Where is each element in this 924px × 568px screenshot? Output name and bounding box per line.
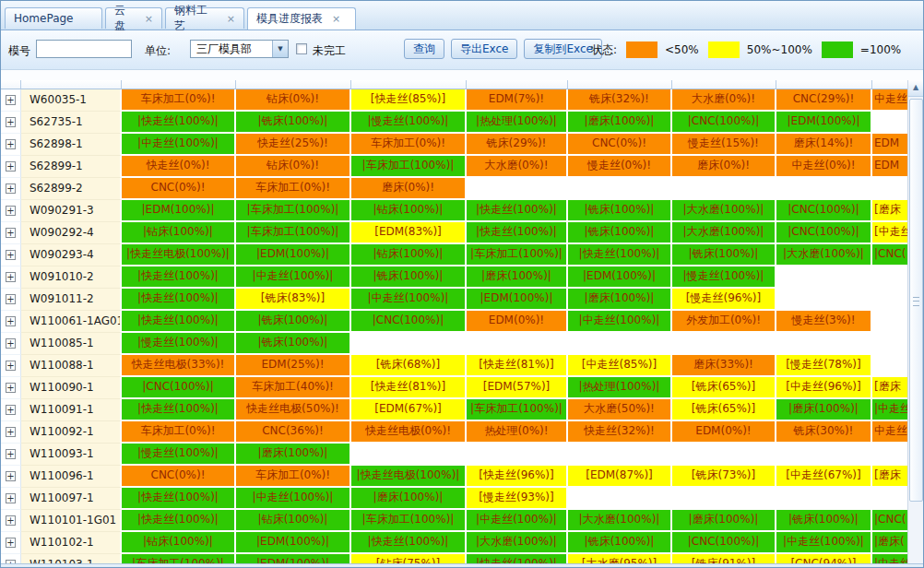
process-cell[interactable]: |EDM(100%)| [236, 532, 351, 554]
process-cell[interactable]: [EDM(83%)] [351, 222, 467, 244]
process-cell[interactable]: 快走丝(32%)! [568, 421, 672, 444]
row-expander[interactable]: + [1, 178, 21, 200]
process-cell[interactable]: |磨床(100%)| [776, 399, 872, 421]
process-cell[interactable]: 磨床(33%)! [672, 355, 776, 377]
process-cell[interactable]: 车床加工(40%)! [236, 377, 351, 399]
process-cell[interactable]: |车床加工(100%)| [236, 222, 351, 244]
expand-plus-icon[interactable]: + [6, 95, 16, 105]
row-expander[interactable]: + [1, 112, 21, 134]
process-cell[interactable]: 磨床(14%)! [776, 134, 872, 156]
process-cell[interactable]: CNC(0%)! [568, 134, 672, 156]
process-cell[interactable]: 中走丝(0%)! [776, 156, 872, 178]
process-cell[interactable]: |中走丝(100%)| [122, 134, 236, 156]
expand-plus-icon[interactable]: + [6, 117, 16, 127]
process-cell[interactable]: |铣床(100%)| [776, 510, 872, 532]
process-cell[interactable]: 中走丝 [872, 89, 909, 112]
process-cell[interactable]: EDM(25%)! [236, 355, 351, 377]
process-cell[interactable]: |慢走丝(100%)| [672, 266, 776, 289]
process-cell[interactable]: 中走丝 [872, 421, 909, 444]
mold-number[interactable]: W110103-1 [21, 554, 122, 563]
export-excel-button[interactable]: 导出Exce [451, 39, 517, 59]
row-expander[interactable]: + [1, 289, 21, 311]
process-cell[interactable]: |EDM(100%)| [776, 112, 872, 134]
expand-plus-icon[interactable]: + [6, 338, 16, 349]
process-cell[interactable]: 快走丝(25%)! [236, 134, 351, 156]
process-cell[interactable]: |钻床(100%)| [236, 510, 351, 532]
process-cell[interactable]: |铣床(100%)| [568, 532, 672, 554]
process-cell[interactable]: |热处理(100%)| [467, 112, 568, 134]
process-cell[interactable]: |CNC( [872, 510, 909, 532]
row-expander[interactable]: + [1, 333, 21, 355]
process-cell[interactable]: [铣床(73%)] [672, 466, 776, 488]
process-cell[interactable]: |中走丝(100%)| [568, 311, 672, 333]
tab-cloud-disk[interactable]: 云盘× [105, 7, 162, 29]
process-cell[interactable]: 钻床(0%)! [236, 156, 351, 178]
process-cell[interactable]: EDM(7%)! [467, 89, 568, 112]
expand-plus-icon[interactable]: + [6, 405, 16, 415]
close-icon[interactable]: × [145, 14, 153, 24]
expand-plus-icon[interactable]: + [6, 139, 16, 149]
process-cell[interactable]: 铣床(30%)! [776, 421, 872, 444]
process-cell[interactable]: [磨床 [872, 466, 909, 488]
mold-no-input[interactable] [36, 40, 132, 58]
row-expander[interactable]: + [1, 554, 21, 563]
process-cell[interactable]: 热处理(0%)! [467, 421, 568, 444]
expand-plus-icon[interactable]: + [6, 449, 16, 459]
process-cell[interactable]: |EDM(100%)| [467, 289, 568, 311]
process-cell[interactable]: |慢走丝(100%)| [122, 444, 236, 466]
process-cell[interactable]: [EDM(57%)] [467, 377, 568, 399]
mold-number[interactable]: W110085-1 [21, 333, 122, 355]
process-cell[interactable]: 车床加工(0%)! [122, 89, 236, 112]
expand-plus-icon[interactable]: + [6, 471, 16, 481]
process-cell[interactable]: EDM [872, 134, 909, 156]
process-cell[interactable]: |CNC(100%)| [122, 377, 236, 399]
process-cell[interactable]: 快走丝电极(50%)! [236, 399, 351, 421]
process-cell[interactable]: |磨床(100%)| [568, 289, 672, 311]
expand-plus-icon[interactable]: + [6, 515, 16, 526]
process-cell[interactable]: |车床加工(100%)| [351, 156, 467, 178]
process-cell[interactable]: |快走丝(100%)| [122, 399, 236, 421]
expand-plus-icon[interactable]: + [6, 294, 16, 304]
row-expander[interactable]: + [1, 156, 21, 178]
mold-number[interactable]: W110088-1 [21, 355, 122, 377]
process-cell[interactable]: |磨床(100%)| [351, 488, 467, 510]
process-cell[interactable]: |铣床(100%)| [236, 311, 351, 333]
row-expander[interactable]: + [1, 266, 21, 289]
tab-mold-progress-report[interactable]: 模具进度报表× [247, 7, 356, 30]
process-cell[interactable]: |大水磨(100%)| [568, 510, 672, 532]
process-cell[interactable]: [快走丝(96%)] [467, 466, 568, 488]
process-cell[interactable]: 慢走丝(15%)! [672, 134, 776, 156]
mold-number[interactable]: W090291-3 [21, 200, 122, 222]
process-cell[interactable]: CNC(0%)! [122, 466, 236, 488]
row-expander[interactable]: + [1, 421, 21, 444]
process-cell[interactable]: CNC(29%)! [776, 89, 872, 112]
mold-number[interactable]: W090293-4 [21, 244, 122, 266]
process-cell[interactable]: 外发加工(0%)! [672, 311, 776, 333]
process-cell[interactable]: |快走丝(100%)| [351, 532, 467, 554]
process-cell[interactable]: [铣床(68%)] [351, 355, 467, 377]
process-cell[interactable]: |中走丝(100%)| [776, 532, 872, 554]
row-expander[interactable]: + [1, 466, 21, 488]
expand-plus-icon[interactable]: + [6, 250, 16, 260]
process-cell[interactable]: |钻床(100%)| [351, 200, 467, 222]
process-cell[interactable]: [快走丝(81%)] [351, 377, 467, 399]
process-cell[interactable]: 磨床(0%)! [351, 178, 467, 200]
mold-number[interactable]: W110102-1 [21, 532, 122, 554]
process-cell[interactable]: |EDM(100%)| [236, 554, 351, 563]
mold-number[interactable]: W110092-1 [21, 421, 122, 444]
process-cell[interactable]: 大水磨(50%)! [568, 399, 672, 421]
row-expander[interactable]: + [1, 311, 21, 333]
process-cell[interactable]: |磨床(100%)| [568, 112, 672, 134]
row-expander[interactable]: + [1, 488, 21, 510]
expand-plus-icon[interactable]: + [6, 206, 16, 216]
expand-plus-icon[interactable]: + [6, 161, 16, 172]
vertical-scrollbar[interactable]: ▲ [907, 80, 923, 563]
process-cell[interactable]: [钻床(75%)] [351, 554, 467, 563]
scrollbar-thumb[interactable] [909, 99, 923, 502]
process-cell[interactable]: |快走丝(100%)| [568, 244, 672, 266]
mold-number[interactable]: W60035-1 [21, 89, 122, 112]
process-cell[interactable]: |EDM(100%)| [236, 244, 351, 266]
expand-plus-icon[interactable]: + [6, 427, 16, 437]
process-cell[interactable]: [铣床(65%)] [672, 399, 776, 421]
mold-number[interactable]: W091011-2 [21, 289, 122, 311]
